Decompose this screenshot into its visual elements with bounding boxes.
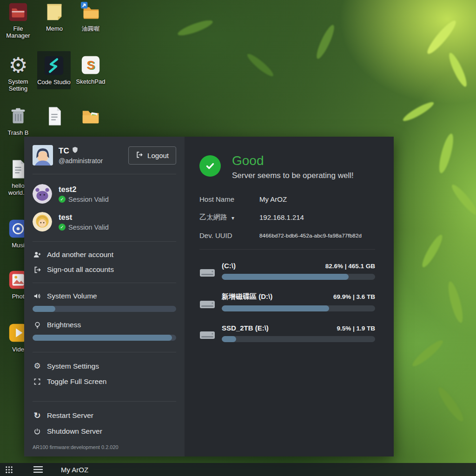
document-icon (43, 105, 66, 127)
user-meta: TC @administrator (59, 146, 103, 165)
desktop: File Manager Memo 油圓喔 System Setting Cod… (0, 0, 476, 476)
hostname-value: My ArOZ (259, 195, 287, 203)
desktop-icon-label: SketchPad (76, 78, 106, 85)
chevron-down-icon (231, 213, 234, 221)
add-account-button[interactable]: Add another account (33, 247, 176, 262)
logout-label: Logout (147, 152, 169, 159)
disk-info: SSD_2TB (E:\) 9.5% | 1.9 TB (222, 324, 375, 342)
desktop-icon-folder-shortcut[interactable]: 油圓喔 (75, 1, 106, 32)
uuid-value: 8466bd72-bdb6-452a-abc9-fa98a77fb82d (259, 233, 362, 238)
divider (33, 401, 176, 402)
desktop-icon-label: Musi (12, 242, 24, 249)
account-name: test2 (59, 185, 109, 194)
disk-name: SSD_2TB (E:\) (222, 324, 269, 332)
disk-usage-fill (222, 305, 329, 311)
divider (33, 174, 176, 174)
account-info: test2 Session Valid (59, 185, 109, 203)
brightness-slider[interactable] (33, 335, 176, 341)
disk-row-c: (C:\) 82.6% | 465.1 GB (199, 262, 375, 280)
menu-item-label: Toggle Full Screen (47, 377, 106, 386)
disk-usage-fill (222, 274, 349, 280)
disk-name: 新增磁碟區 (D:\) (222, 292, 272, 301)
slider-label: System Volume (47, 292, 97, 300)
disk-info: 新增磁碟區 (D:\) 69.9% | 3.6 TB (222, 292, 375, 311)
desktop-icon-system-setting[interactable]: System Setting (3, 54, 33, 92)
app-grid-icon (5, 466, 13, 474)
desktop-icon-file-manager[interactable]: File Manager (3, 1, 33, 39)
code-studio-icon (43, 54, 65, 77)
fullscreen-icon (33, 378, 42, 385)
session-valid-icon (59, 196, 66, 203)
system-volume-slider[interactable] (33, 306, 176, 312)
signout-icon (33, 266, 42, 274)
system-popup-panel: TC @administrator Logout (24, 137, 394, 456)
disk-usage-bar (222, 336, 375, 342)
disk-usage-stats: 9.5% | 1.9 TB (337, 325, 375, 332)
desktop-icon-label: Memo (46, 25, 63, 32)
disk-row-d: 新增磁碟區 (D:\) 69.9% | 3.6 TB (199, 292, 375, 311)
account-row-test[interactable]: test Session Valid (33, 208, 176, 236)
network-select[interactable]: 乙太網路 (199, 213, 259, 222)
disk-usage-bar (222, 274, 375, 280)
person-plus-icon (33, 251, 42, 259)
account-status: Session Valid (59, 196, 109, 203)
shutdown-server-button[interactable]: Shutdown Server (33, 424, 176, 439)
user-name: TC (59, 146, 69, 156)
desktop-icon-folder-files[interactable] (75, 105, 106, 129)
logout-icon (136, 151, 143, 160)
disk-usage-bar (222, 305, 375, 311)
disk-usage-fill (222, 336, 236, 342)
divider (33, 241, 176, 242)
desktop-icon-trash[interactable]: Trash B (3, 105, 33, 136)
taskbar-title: My ArOZ (61, 466, 88, 474)
taskbar: My ArOZ (0, 463, 476, 476)
network-row: 乙太網路 192.168.1.214 (199, 213, 375, 222)
bulb-icon (33, 321, 42, 329)
desktop-icon-memo[interactable]: Memo (39, 1, 70, 32)
desktop-icon-document[interactable] (39, 105, 70, 129)
hard-drive-icon (199, 330, 216, 342)
file-manager-icon (7, 1, 29, 23)
account-row-test2[interactable]: test2 Session Valid (33, 180, 176, 208)
trash-icon (7, 105, 29, 127)
quick-settings-panel: TC @administrator Logout (24, 137, 185, 456)
hostname-row: Host Name My ArOZ (199, 195, 375, 203)
toggle-fullscreen-button[interactable]: Toggle Full Screen (33, 374, 176, 389)
restart-server-button[interactable]: Restart Server (33, 407, 176, 424)
network-interface-label: 乙太網路 (199, 213, 227, 222)
desktop-icon-code-studio[interactable]: Code Studio (37, 51, 71, 89)
hostname-label: Host Name (199, 195, 259, 203)
gear-icon (7, 54, 29, 76)
account-avatar (33, 212, 52, 231)
divider (33, 352, 176, 352)
disk-usage-stats: 69.9% | 3.6 TB (333, 293, 375, 300)
menu-item-label: Sign-out all accounts (47, 265, 114, 274)
desktop-icon-label: 油圓喔 (82, 25, 100, 32)
system-settings-button[interactable]: System Settings (33, 358, 176, 374)
user-avatar[interactable] (33, 145, 53, 165)
folder-files-icon (79, 105, 102, 127)
signout-all-button[interactable]: Sign-out all accounts (33, 262, 176, 277)
panel-bottom-section: Restart Server Shutdown Server AR100 fir… (33, 396, 176, 452)
desktop-icon-label: Phot (12, 293, 25, 300)
divider (199, 249, 375, 250)
account-avatar (33, 184, 52, 204)
menu-item-label: System Settings (47, 362, 99, 370)
menu-item-label: Add another account (47, 251, 113, 259)
desktop-icon-label: Code Studio (37, 79, 71, 86)
logout-button[interactable]: Logout (128, 146, 176, 165)
start-button[interactable] (0, 463, 18, 476)
account-name: test (59, 213, 109, 222)
hard-drive-icon (199, 299, 216, 311)
menu-item-label: Shutdown Server (47, 427, 102, 436)
session-status-label: Session Valid (68, 196, 109, 203)
user-handle: @administrator (59, 157, 103, 165)
desktop-icon-label: Vide (12, 346, 24, 353)
status-check-icon (199, 155, 221, 177)
account-status: Session Valid (59, 224, 109, 231)
menu-button[interactable] (28, 463, 48, 476)
desktop-icon-sketchpad[interactable]: SS SketchPad (75, 54, 106, 85)
system-volume-row: System Volume (33, 289, 176, 304)
speaker-icon (33, 292, 42, 300)
desktop-icon-label: Trash B (7, 129, 28, 136)
